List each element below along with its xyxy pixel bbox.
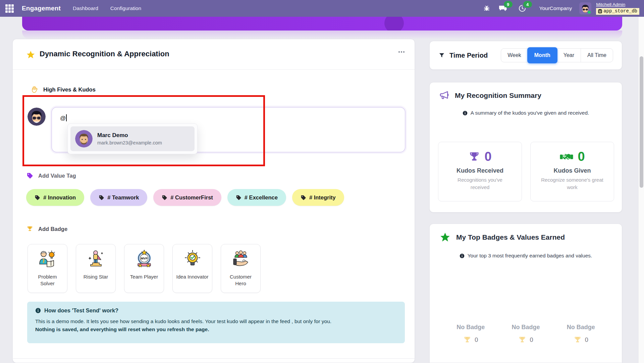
company-switcher[interactable]: YourCompany (539, 5, 572, 11)
recognition-card-header: Dynamic Recognition & Appreciation (13, 39, 415, 70)
kudos-given-value: 0 (578, 149, 585, 164)
high-five-hand-icon (31, 86, 38, 94)
text-caret (66, 114, 67, 121)
app-title[interactable]: Engagement (22, 5, 61, 12)
svg-text:MVP: MVP (141, 256, 148, 260)
top-badge-slot-2: No Badge 0 (512, 324, 540, 344)
kudos-received-description: Recognitions you've received (448, 176, 512, 191)
top-badges-subtitle: Your top 3 most frequently earned badges… (430, 253, 622, 259)
user-avatar[interactable] (579, 2, 591, 14)
kudos-received-value: 0 (484, 149, 491, 164)
megaphone-icon (440, 91, 449, 100)
top-badge-slot-3: No Badge 0 (567, 324, 595, 344)
time-period-month[interactable]: Month (527, 47, 557, 63)
time-period-year[interactable]: Year (557, 49, 581, 62)
mention-option-marc-demo[interactable]: Marc Demo mark.brown23@example.com (70, 126, 195, 151)
nav-item-dashboard[interactable]: Dashboard (73, 5, 98, 11)
banner-glow (22, 31, 622, 39)
section-divider (13, 358, 415, 359)
tag-icon (301, 195, 306, 200)
info-icon (460, 253, 465, 258)
info-icon (463, 111, 468, 116)
top-badge-slot-1: No Badge 0 (457, 324, 485, 344)
high-fives-section-label: High Fives & Kudos (31, 86, 96, 94)
rising-star-icon (85, 249, 107, 270)
trophy-icon (463, 336, 471, 344)
card-options-menu-icon[interactable] (398, 51, 405, 53)
database-name: app_store_db (603, 8, 637, 14)
mention-dropdown: Marc Demo mark.brown23@example.com (67, 123, 198, 154)
tag-customerfirst[interactable]: # CustomerFirst (153, 189, 221, 206)
badge-idea-innovator[interactable]: Idea Innovator (172, 244, 212, 293)
mention-trigger-text: @ (60, 115, 66, 121)
problem-solver-icon (37, 249, 58, 270)
messages-icon[interactable]: 9 (498, 4, 507, 13)
team-player-mvp-icon: MVP (133, 249, 155, 270)
tag-icon (35, 195, 40, 200)
summary-subtitle: A summary of the kudos you've given and … (430, 110, 622, 116)
mention-avatar (75, 130, 93, 147)
test-send-info-box: How does 'Test Send' work? This is a dem… (27, 302, 405, 343)
green-star-icon (440, 232, 450, 243)
tag-teamwork[interactable]: # Teamwork (90, 189, 147, 206)
kudos-given-label: Kudos Given (553, 167, 591, 174)
trophy-icon (26, 226, 33, 232)
summary-title: My Recognition Summary (440, 91, 541, 100)
badge-problem-solver[interactable]: Problem Solver (28, 244, 67, 293)
time-period-all-time[interactable]: All Time (581, 49, 613, 62)
tag-integrity[interactable]: # Integrity (292, 189, 344, 206)
tag-excellence[interactable]: # Excellence (227, 189, 286, 206)
add-badge-label: Add Badge (26, 226, 67, 232)
idea-innovator-icon (182, 249, 203, 270)
tag-icon (236, 195, 241, 200)
info-body-text: This is a demo mode. It lets you see how… (35, 318, 397, 324)
value-tags-row: # Innovation # Teamwork # CustomerFirst … (26, 189, 344, 206)
badge-rising-star[interactable]: Rising Star (76, 244, 116, 293)
activities-count-badge: 4 (523, 1, 532, 8)
mention-user-name: Marc Demo (97, 132, 162, 139)
trophy-icon (468, 151, 480, 163)
vertical-scrollbar[interactable] (638, 17, 644, 363)
nav-item-configuration[interactable]: Configuration (110, 5, 141, 11)
recognition-card: Dynamic Recognition & Appreciation High … (12, 39, 415, 363)
trophy-icon (574, 336, 582, 344)
star-icon (26, 50, 35, 59)
recognition-summary-card: My Recognition Summary A summary of the … (429, 82, 622, 213)
trophy-icon (518, 336, 526, 344)
kudos-received-label: Kudos Received (457, 167, 503, 174)
info-bold-text: Nothing is saved, and everything will re… (35, 326, 397, 332)
kudos-given-card: 0 Kudos Given Recognize someone's great … (530, 142, 614, 201)
database-chip: app_store_db (596, 8, 639, 15)
time-period-card: Time Period Week Month Year All Time (429, 41, 622, 70)
apps-grid-icon[interactable] (5, 4, 14, 13)
time-period-segmented-control: Week Month Year All Time (501, 48, 613, 62)
page-title: Dynamic Recognition & Appreciation (40, 50, 169, 58)
handshake-icon (559, 151, 574, 163)
tag-icon (26, 172, 33, 179)
top-badges-card: My Top Badges & Values Earned Your top 3… (429, 224, 622, 363)
top-badges-title: My Top Badges & Values Earned (440, 232, 565, 243)
top-navbar: Engagement Dashboard Configuration 9 4 (0, 0, 644, 17)
hero-banner (22, 17, 622, 31)
customer-hero-icon (230, 249, 252, 270)
banner-watermark-icon (384, 17, 404, 31)
badge-team-player[interactable]: MVP Team Player (124, 244, 164, 293)
scrollbar-thumb[interactable] (640, 56, 643, 188)
time-period-week[interactable]: Week (501, 49, 528, 62)
badge-cards-row: Problem Solver Rising Star MVP (28, 244, 261, 293)
add-value-tag-label: Add Value Tag (26, 172, 76, 179)
debug-bug-icon[interactable] (482, 4, 491, 13)
tag-innovation[interactable]: # Innovation (26, 189, 84, 206)
messages-count-badge: 9 (504, 1, 513, 8)
kudos-received-card: 0 Kudos Received Recognitions you've rec… (438, 142, 522, 201)
tag-icon (162, 195, 167, 200)
badge-customer-hero[interactable]: Customer Hero (221, 244, 261, 293)
mention-user-email: mark.brown23@example.com (97, 140, 162, 145)
user-name[interactable]: Mitchell Admin (596, 2, 625, 8)
top-badges-empty-row: No Badge 0 No Badge 0 (430, 324, 622, 344)
activities-clock-icon[interactable]: 4 (518, 4, 527, 13)
database-icon (598, 9, 602, 13)
time-period-title: Time Period (438, 52, 488, 59)
user-menu[interactable]: Mitchell Admin app_store_db (596, 2, 639, 14)
kudos-given-description: Recognize someone's great work (540, 176, 604, 191)
